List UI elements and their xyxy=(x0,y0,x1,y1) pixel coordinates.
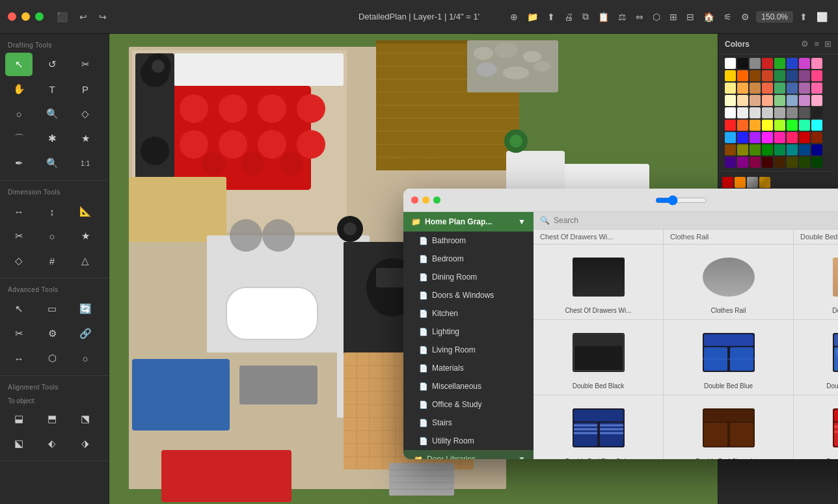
redo-button[interactable]: ↪ xyxy=(96,10,109,23)
color-swatch[interactable] xyxy=(774,120,785,131)
scissors-tool[interactable]: ✂ xyxy=(5,224,33,248)
color-swatch[interactable] xyxy=(787,120,798,131)
color-swatch[interactable] xyxy=(725,70,736,81)
select-tool[interactable]: ↖ xyxy=(5,53,33,76)
color-swatch[interactable] xyxy=(762,95,773,106)
color-swatch[interactable] xyxy=(787,144,798,155)
list-item-bed-choc[interactable]: Double Bed Chocolate xyxy=(664,395,794,459)
color-swatch[interactable] xyxy=(737,107,748,118)
list-item-clothes-rail[interactable]: Clothes Rail xyxy=(664,245,794,320)
library-cat-doors[interactable]: 📄 Doors & Windows xyxy=(403,286,534,304)
color-swatch[interactable] xyxy=(762,58,773,69)
scale-icon[interactable]: ⚖ xyxy=(615,10,629,23)
library-cat-bedroom[interactable]: 📄 Bedroom xyxy=(403,250,534,268)
align-center-h[interactable]: ⬖ xyxy=(38,432,66,455)
color-swatch[interactable] xyxy=(762,132,773,143)
share-icon[interactable]: ⬆ xyxy=(545,10,558,23)
library-cat-bathroom[interactable]: 📄 Bathroom xyxy=(403,232,534,250)
library-search-input[interactable] xyxy=(554,216,838,225)
list-item-bed-colour[interactable]: Double Bed Coloure... xyxy=(794,395,838,459)
color-swatch[interactable] xyxy=(787,107,798,118)
rotate-tool[interactable]: ↺ xyxy=(38,53,66,76)
color-swatch[interactable] xyxy=(750,120,761,131)
color-swatch[interactable] xyxy=(799,120,810,131)
library-door-libraries[interactable]: 📁 Door Libraries ▼ xyxy=(403,450,534,459)
color-swatch[interactable] xyxy=(725,132,736,143)
library-header-item[interactable]: 📁 Home Plan Grap... ▼ xyxy=(403,212,534,232)
list-item-bed-black[interactable]: Double Bed Black xyxy=(534,320,664,395)
library-cat-misc[interactable]: 📄 Miscellaneous xyxy=(403,377,534,395)
color-swatch[interactable] xyxy=(787,83,798,94)
color-swatch[interactable] xyxy=(725,95,736,106)
color-swatch[interactable] xyxy=(811,144,822,155)
color-swatch[interactable] xyxy=(774,132,785,143)
align-icon[interactable]: ⊟ xyxy=(684,10,697,23)
library-cat-materials[interactable]: 📄 Materials xyxy=(403,359,534,377)
adv-link-tool[interactable]: 🔗 xyxy=(72,322,99,345)
color-swatch[interactable] xyxy=(762,144,773,155)
adv-hex-tool[interactable]: ⬡ xyxy=(38,347,66,370)
flip-icon[interactable]: ⇔ xyxy=(633,10,646,23)
color-swatch[interactable] xyxy=(737,132,748,143)
color-swatch[interactable] xyxy=(737,70,748,81)
paragraph-tool[interactable]: P xyxy=(72,77,99,101)
color-swatch[interactable] xyxy=(799,70,810,81)
color-swatch[interactable] xyxy=(750,132,761,143)
library-cat-kitchen[interactable]: 📄 Kitchen xyxy=(403,304,534,323)
star-dim-tool[interactable]: ★ xyxy=(72,224,99,248)
color-swatch[interactable] xyxy=(774,58,785,69)
color-swatch[interactable] xyxy=(750,107,761,118)
minimize-button[interactable] xyxy=(21,12,30,21)
color-swatch[interactable] xyxy=(811,70,822,81)
color-swatch[interactable] xyxy=(737,120,748,131)
layers-icon[interactable]: ⚟ xyxy=(721,10,735,23)
list-item-bed-blue-str[interactable]: Double Bed Blue Stri... xyxy=(534,395,664,459)
list-item-bed-beige[interactable]: Double Bed Beige xyxy=(794,245,838,320)
layers-toggle-icon[interactable]: ≡ xyxy=(814,39,819,49)
grid-toggle-icon[interactable]: ⊞ xyxy=(824,39,831,49)
align-left-bottom[interactable]: ⬕ xyxy=(5,432,33,455)
close-button[interactable] xyxy=(8,12,16,21)
align-left-top[interactable]: ⬓ xyxy=(5,407,33,431)
star-tool[interactable]: ✱ xyxy=(38,127,66,150)
zoom-level[interactable]: 150.0% xyxy=(756,11,793,23)
color-swatch[interactable] xyxy=(787,95,798,106)
grid-icon[interactable]: ⊞ xyxy=(667,10,680,23)
library-cat-utility[interactable]: 📄 Utility Room xyxy=(403,432,534,450)
color-swatch[interactable] xyxy=(811,58,822,69)
align-center-v[interactable]: ⬒ xyxy=(38,407,66,431)
maximize-button[interactable] xyxy=(35,12,44,21)
color-swatch[interactable] xyxy=(811,83,822,94)
color-swatch-gold[interactable] xyxy=(759,177,770,188)
color-swatch-red[interactable] xyxy=(722,177,733,188)
color-swatch[interactable] xyxy=(799,107,810,118)
color-swatch[interactable] xyxy=(750,157,761,168)
color-swatch[interactable] xyxy=(787,157,798,168)
color-swatch[interactable] xyxy=(737,58,748,69)
angle-dim-tool[interactable]: 📐 xyxy=(72,200,99,223)
color-swatch[interactable] xyxy=(762,157,773,168)
cut-tool[interactable]: ✂ xyxy=(72,53,99,76)
arrange-icon[interactable]: ⬡ xyxy=(650,10,663,23)
adv-select-tool[interactable]: ↖ xyxy=(5,297,33,321)
print-icon[interactable]: 🖨 xyxy=(561,10,576,23)
adv-circle-tool[interactable]: ○ xyxy=(72,347,99,370)
list-item-chest[interactable]: Chest Of Drawers Wi... xyxy=(534,245,664,320)
polygon-tool[interactable]: ◇ xyxy=(72,102,99,126)
tri-tool[interactable]: △ xyxy=(72,249,99,272)
lib-minimize-button[interactable] xyxy=(422,196,429,204)
fivestar-tool[interactable]: ★ xyxy=(72,127,99,150)
color-swatch[interactable] xyxy=(737,83,748,94)
num-tool[interactable]: # xyxy=(38,249,66,272)
color-swatch[interactable] xyxy=(799,132,810,143)
magnify-tool[interactable]: 🔍 xyxy=(38,102,66,126)
home-icon[interactable]: 🏠 xyxy=(701,10,717,23)
actual-size-tool[interactable]: 1:1 xyxy=(72,152,99,175)
color-swatch[interactable] xyxy=(725,58,736,69)
adv-rect-tool[interactable]: ▭ xyxy=(38,297,66,321)
color-swatch[interactable] xyxy=(799,157,810,168)
sidebar-toggle-icon[interactable]: ⬛ xyxy=(54,10,70,23)
color-swatch[interactable] xyxy=(811,107,822,118)
color-swatch[interactable] xyxy=(750,144,761,155)
lib-close-button[interactable] xyxy=(411,196,418,204)
